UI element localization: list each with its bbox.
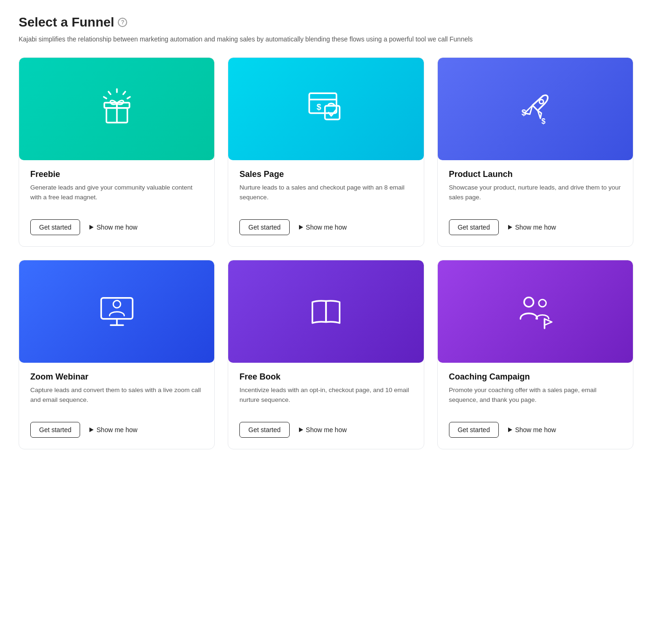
card-image-product-launch: $ $ [438, 58, 633, 160]
funnel-card-product-launch: $ $ Product Launch Showcase your product… [437, 57, 633, 247]
card-actions-sales-page: Get started Show me how [239, 219, 412, 235]
card-actions-freebie: Get started Show me how [30, 219, 203, 235]
show-how-button-coaching[interactable]: Show me how [508, 426, 556, 434]
funnel-grid: Freebie Generate leads and give your com… [19, 57, 633, 449]
card-desc-zoom-webinar: Capture leads and convert them to sales … [30, 386, 203, 413]
get-started-button-coaching[interactable]: Get started [449, 422, 499, 438]
card-title-sales-page: Sales Page [239, 169, 412, 179]
card-actions-product-launch: Get started Show me how [449, 219, 622, 235]
funnel-card-coaching: Coaching Campaign Promote your coaching … [437, 260, 633, 449]
card-desc-product-launch: Showcase your product, nurture leads, an… [449, 183, 622, 210]
svg-text:$: $ [542, 117, 546, 125]
card-title-zoom-webinar: Zoom Webinar [30, 372, 203, 382]
card-body-free-book: Free Book Incentivize leads with an opt-… [228, 363, 423, 449]
play-icon-zoom-webinar [89, 427, 94, 432]
play-icon-sales-page [299, 225, 303, 230]
funnel-card-zoom-webinar: Zoom Webinar Capture leads and convert t… [19, 260, 215, 449]
page-header: Select a Funnel ? Kajabi simplifies the … [19, 15, 633, 44]
svg-line-4 [127, 97, 130, 98]
card-desc-freebie: Generate leads and give your community v… [30, 183, 203, 210]
svg-point-22 [539, 299, 546, 307]
card-body-product-launch: Product Launch Showcase your product, nu… [438, 160, 633, 246]
show-how-button-zoom-webinar[interactable]: Show me how [89, 426, 137, 434]
card-image-free-book [228, 260, 423, 363]
get-started-button-product-launch[interactable]: Get started [449, 219, 499, 235]
card-desc-coaching: Promote your coaching offer with a sales… [449, 386, 622, 413]
get-started-button-freebie[interactable]: Get started [30, 219, 80, 235]
get-started-button-sales-page[interactable]: Get started [239, 219, 289, 235]
help-icon[interactable]: ? [118, 18, 127, 27]
page-subtitle: Kajabi simplifies the relationship betwe… [19, 34, 633, 44]
card-actions-zoom-webinar: Get started Show me how [30, 422, 203, 438]
funnel-card-free-book: Free Book Incentivize leads with an opt-… [228, 260, 424, 449]
funnel-card-freebie: Freebie Generate leads and give your com… [19, 57, 215, 247]
card-title-product-launch: Product Launch [449, 169, 622, 179]
card-actions-free-book: Get started Show me how [239, 422, 412, 438]
card-image-coaching [438, 260, 633, 363]
show-how-button-freebie[interactable]: Show me how [89, 224, 137, 231]
svg-line-1 [123, 92, 125, 95]
card-image-zoom-webinar [19, 260, 214, 363]
card-image-freebie [19, 58, 214, 160]
get-started-button-free-book[interactable]: Get started [239, 422, 289, 438]
card-title-free-book: Free Book [239, 372, 412, 382]
card-body-coaching: Coaching Campaign Promote your coaching … [438, 363, 633, 449]
page-title: Select a Funnel ? [19, 15, 633, 30]
play-icon-product-launch [508, 225, 512, 230]
card-desc-free-book: Incentivize leads with an opt-in, checko… [239, 386, 412, 413]
svg-text:$: $ [317, 102, 321, 112]
play-icon-free-book [299, 427, 303, 432]
card-desc-sales-page: Nurture leads to a sales and checkout pa… [239, 183, 412, 210]
card-body-sales-page: Sales Page Nurture leads to a sales and … [228, 160, 423, 246]
svg-marker-24 [545, 319, 552, 325]
svg-line-3 [104, 97, 107, 98]
card-body-freebie: Freebie Generate leads and give your com… [19, 160, 214, 246]
card-title-coaching: Coaching Campaign [449, 372, 622, 382]
svg-point-21 [524, 298, 534, 307]
show-how-button-free-book[interactable]: Show me how [299, 426, 347, 434]
title-text: Select a Funnel [19, 15, 114, 30]
show-how-button-product-launch[interactable]: Show me how [508, 224, 556, 231]
svg-point-13 [539, 100, 543, 104]
card-image-sales-page: $ [228, 58, 423, 160]
card-title-freebie: Freebie [30, 169, 203, 179]
show-how-button-sales-page[interactable]: Show me how [299, 224, 347, 231]
play-icon-coaching [508, 427, 512, 432]
card-actions-coaching: Get started Show me how [449, 422, 622, 438]
funnel-card-sales-page: $ Sales Page Nurture leads to a sales an… [228, 57, 424, 247]
svg-point-19 [113, 300, 121, 308]
get-started-button-zoom-webinar[interactable]: Get started [30, 422, 80, 438]
play-icon-freebie [89, 225, 94, 230]
svg-line-2 [109, 92, 111, 95]
card-body-zoom-webinar: Zoom Webinar Capture leads and convert t… [19, 363, 214, 449]
